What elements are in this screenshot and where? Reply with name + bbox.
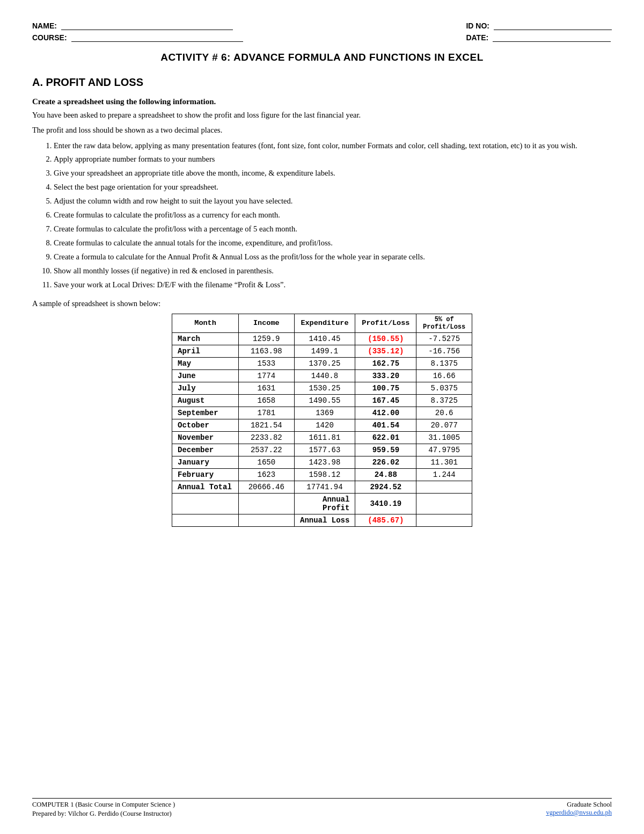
cell-expenditure: 1420 — [294, 419, 355, 431]
id-field: ID NO: — [466, 21, 612, 30]
step-5: Adjust the column width and row height t… — [54, 195, 612, 208]
step-1: Enter the raw data below, applying as ma… — [54, 140, 612, 153]
cell-month: August — [172, 394, 239, 407]
cell-5pct: 8.3725 — [416, 394, 472, 407]
cell-income: 2537.22 — [239, 444, 294, 456]
cell-profitloss: 226.02 — [355, 456, 416, 468]
cell-month: February — [172, 468, 239, 481]
cell-expenditure: 1440.8 — [294, 369, 355, 382]
cell-income: 1533 — [239, 357, 294, 369]
col-header-month: Month — [172, 314, 239, 332]
table-header-row: Month Income Expenditure Profit/Loss 5% … — [172, 314, 472, 332]
header-right: ID NO: DATE: — [466, 21, 612, 42]
cell-ap-blank3 — [416, 493, 472, 514]
table-row: January16501423.98226.0211.301 — [172, 456, 472, 468]
cell-income: 1821.54 — [239, 419, 294, 431]
cell-month: June — [172, 369, 239, 382]
date-field: DATE: — [466, 33, 612, 42]
name-line — [61, 30, 233, 30]
cell-month: July — [172, 382, 239, 394]
table-row: May15331370.25162.758.1375 — [172, 357, 472, 369]
col-header-profitloss: Profit/Loss — [355, 314, 416, 332]
header-left: NAME: COURSE: — [32, 21, 243, 42]
cell-profitloss: (150.55) — [355, 332, 416, 345]
step-3: Give your spreadsheet an appropriate tit… — [54, 167, 612, 180]
cell-5pct: 1.244 — [416, 468, 472, 481]
cell-annual-loss-value: (485.67) — [355, 514, 416, 526]
cell-expenditure: 1499.1 — [294, 345, 355, 357]
table-row-annual-profit: Annual Profit3410.19 — [172, 493, 472, 514]
cell-month: March — [172, 332, 239, 345]
cell-profitloss: 167.45 — [355, 394, 416, 407]
step-9: Create a formula to calculate for the An… — [54, 251, 612, 264]
page-title: ACTIVITY # 6: ADVANCE FORMULA AND FUNCTI… — [32, 52, 612, 63]
cell-5pct: -16.756 — [416, 345, 472, 357]
step-6: Create formulas to calculate the profit/… — [54, 209, 612, 222]
cell-income: 1781 — [239, 407, 294, 419]
step-11: Save your work at Local Drives: D/E/F wi… — [54, 279, 612, 292]
table-row: November2233.821611.81622.0131.1005 — [172, 431, 472, 444]
cell-5pct: 11.301 — [416, 456, 472, 468]
cell-income: 1259.9 — [239, 332, 294, 345]
cell-al-blank1 — [172, 514, 239, 526]
footer-right: Graduate School vgperdido@nvsu.edu.ph — [546, 801, 612, 818]
cell-annual-profit-value: 3410.19 — [355, 493, 416, 514]
footer-left: COMPUTER 1 (Basic Course in Computer Sci… — [32, 801, 175, 818]
table-row-annual-loss: Annual Loss(485.67) — [172, 514, 472, 526]
step-4: Select the best page orientation for you… — [54, 181, 612, 194]
cell-annual-profit-label: Annual Profit — [294, 493, 355, 514]
cell-income: 1650 — [239, 456, 294, 468]
cell-month: October — [172, 419, 239, 431]
cell-month: April — [172, 345, 239, 357]
table-row: February16231598.1224.881.244 — [172, 468, 472, 481]
instruction-title: Create a spreadsheet using the following… — [32, 97, 612, 106]
cell-annual-loss-label: Annual Loss — [294, 514, 355, 526]
cell-month: January — [172, 456, 239, 468]
cell-expenditure: 1410.45 — [294, 332, 355, 345]
footer-school: Graduate School — [546, 801, 612, 809]
table-row: March1259.91410.45(150.55)-7.5275 — [172, 332, 472, 345]
cell-income: 1623 — [239, 468, 294, 481]
cell-5pct: 31.1005 — [416, 431, 472, 444]
sample-label: A sample of spreadsheet is shown below: — [32, 299, 612, 308]
cell-annual-total-income: 20666.46 — [239, 481, 294, 493]
cell-income: 2233.82 — [239, 431, 294, 444]
step-2: Apply appropriate number formats to your… — [54, 153, 612, 166]
cell-ap-blank1 — [172, 493, 239, 514]
footer-section: COMPUTER 1 (Basic Course in Computer Sci… — [32, 798, 612, 818]
intro-text1: You have been asked to prepare a spreads… — [32, 110, 612, 121]
cell-income: 1658 — [239, 394, 294, 407]
cell-expenditure: 1530.25 — [294, 382, 355, 394]
col-header-expenditure: Expenditure — [294, 314, 355, 332]
section-a-title: A. PROFIT AND LOSS — [32, 76, 612, 89]
cell-profitloss: 100.75 — [355, 382, 416, 394]
cell-expenditure: 1369 — [294, 407, 355, 419]
cell-profitloss: 622.01 — [355, 431, 416, 444]
header-section: NAME: COURSE: ID NO: DATE: — [32, 21, 612, 42]
cell-income: 1774 — [239, 369, 294, 382]
col-header-income: Income — [239, 314, 294, 332]
cell-profitloss: 162.75 — [355, 357, 416, 369]
name-field: NAME: — [32, 21, 243, 30]
name-label: NAME: — [32, 21, 57, 30]
cell-profitloss: 24.88 — [355, 468, 416, 481]
cell-profitloss: 333.20 — [355, 369, 416, 382]
date-line — [493, 41, 611, 42]
cell-profitloss: 412.00 — [355, 407, 416, 419]
step-8: Create formulas to calculate the annual … — [54, 237, 612, 250]
step-7: Create formulas to calculate the profit/… — [54, 223, 612, 236]
course-line — [71, 41, 243, 42]
date-label: DATE: — [466, 33, 488, 42]
cell-5pct: 16.66 — [416, 369, 472, 382]
footer-course: COMPUTER 1 (Basic Course in Computer Sci… — [32, 801, 175, 809]
footer-email-link[interactable]: vgperdido@nvsu.edu.ph — [546, 809, 612, 816]
cell-month: September — [172, 407, 239, 419]
cell-5pct: -7.5275 — [416, 332, 472, 345]
cell-month: November — [172, 431, 239, 444]
steps-list: Enter the raw data below, applying as ma… — [54, 140, 612, 292]
instruction-block: Create a spreadsheet using the following… — [32, 97, 612, 292]
spreadsheet-table-wrapper: Month Income Expenditure Profit/Loss 5% … — [32, 314, 612, 527]
cell-5pct: 8.1375 — [416, 357, 472, 369]
cell-profitloss: (335.12) — [355, 345, 416, 357]
table-row: September17811369412.0020.6 — [172, 407, 472, 419]
